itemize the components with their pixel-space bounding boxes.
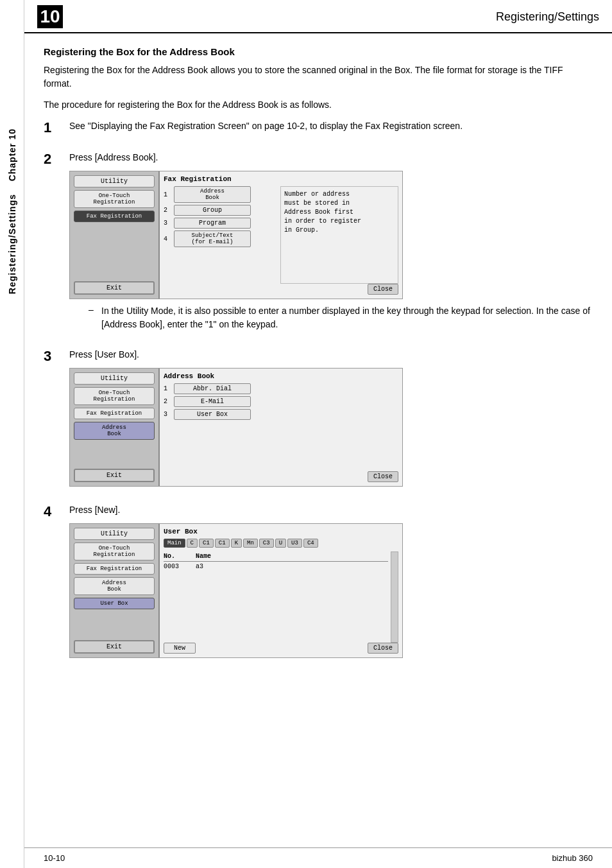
col-name-header: Name	[196, 553, 388, 560]
screenshot2-menu-1: 1 Abbr. Dial	[164, 383, 398, 394]
screenshot2-email-btn[interactable]: E-Mail	[174, 396, 251, 407]
screenshot2-utility-btn[interactable]: Utility	[74, 372, 155, 385]
screenshot1-close-btn[interactable]: Close	[368, 284, 398, 295]
screenshot3-main-btn[interactable]: Main	[164, 539, 185, 548]
screenshot1-utility-btn[interactable]: Utility	[74, 175, 155, 187]
screenshot3-k-btn[interactable]: K	[231, 539, 242, 548]
screenshot3-c4-btn[interactable]: C4	[303, 539, 318, 548]
screenshot1-exit-btn[interactable]: Exit	[74, 281, 155, 295]
table-row: 0003 a3	[164, 562, 388, 571]
screenshot3-toolbar: Main C C1 C1 K Mn C3 U U3 C4	[164, 539, 398, 548]
section-body-2: The procedure for registering the Box fo…	[44, 98, 593, 112]
screenshot1-panel-title: Fax Registration	[164, 175, 398, 183]
screenshot2-right-panel: Address Book 1 Abbr. Dial 2 E-Mail	[160, 369, 402, 486]
screenshot2-userbox-btn[interactable]: User Box	[174, 409, 251, 420]
screenshot1-program-btn[interactable]: Program	[174, 218, 251, 229]
screenshot3-faxreg-btn[interactable]: Fax Registration	[74, 563, 155, 575]
screenshot2-menu-3: 3 User Box	[164, 409, 398, 420]
screenshot3-onetouch-btn[interactable]: One-TouchRegistration	[74, 542, 155, 560]
screenshot3-table-content: No. Name 0003 a3	[164, 551, 388, 643]
step-2-content: Press [Address Book]. Utility One-TouchR…	[69, 151, 593, 336]
screenshot3-c-btn[interactable]: C	[187, 539, 198, 548]
screenshot2-left-panel: Utility One-TouchRegistration Fax Regist…	[70, 369, 160, 486]
step-2-number: 2	[44, 151, 63, 168]
screenshot3-utility-btn[interactable]: Utility	[74, 528, 155, 540]
screenshot3-c1-btn[interactable]: C1	[199, 539, 214, 548]
screenshot3-mn-btn[interactable]: Mn	[243, 539, 258, 548]
page-title: Registering/Settings	[496, 10, 599, 24]
step-1-content: See "Displaying the Fax Registration Scr…	[69, 119, 593, 139]
screenshot2-addressbook-btn[interactable]: AddressBook	[74, 422, 155, 440]
screenshot1-right-panel: Fax Registration 1 AddressBook 2	[160, 171, 402, 299]
step-3-text: Press [User Box].	[69, 348, 593, 361]
section-body-1: Registering the Box for the Address Book…	[44, 64, 593, 91]
section-title: Registering the Box for the Address Book	[44, 46, 593, 57]
screenshot1-addressbook-btn[interactable]: AddressBook	[174, 186, 251, 203]
screenshot1-menu-4: 4 Subject/Text(for E-mail)	[164, 230, 274, 247]
step-4-content: Press [New]. Utility One-TouchRegistrati…	[69, 503, 593, 663]
screenshot3-close-btn[interactable]: Close	[368, 643, 398, 654]
screenshot1-faxreg-btn[interactable]: Fax Registration	[74, 211, 155, 222]
step-3-content: Press [User Box]. Utility One-TouchRegis…	[69, 348, 593, 492]
screenshot1-onetouch-btn[interactable]: One-TouchRegistration	[74, 190, 155, 208]
step-3: 3 Press [User Box]. Utility One-TouchReg…	[44, 348, 593, 492]
screenshot2-panel-title: Address Book	[164, 372, 398, 380]
sub-bullet-text: In the Utility Mode, it is also possible…	[101, 304, 593, 331]
screenshot3-u-btn[interactable]: U	[275, 539, 286, 548]
screenshot2-bottom-bar: Close	[164, 471, 398, 482]
sidebar: Chapter 10 Registering/Settings	[0, 0, 24, 868]
step-2-text: Press [Address Book].	[69, 151, 593, 164]
screenshot-address-book: Utility One-TouchRegistration Fax Regist…	[69, 368, 403, 487]
screenshot2-onetouch-btn[interactable]: One-TouchRegistration	[74, 387, 155, 405]
step-3-number: 3	[44, 348, 63, 365]
footer-brand: bizhub 360	[552, 853, 593, 863]
screenshot2-menu-2: 2 E-Mail	[164, 396, 398, 407]
step-1-text: See "Displaying the Fax Registration Scr…	[69, 119, 593, 133]
screenshot3-table-header: No. Name	[164, 551, 388, 562]
row-0003-name: a3	[196, 563, 388, 570]
step-4: 4 Press [New]. Utility One-TouchRegistra…	[44, 503, 593, 663]
screenshot3-exit-btn[interactable]: Exit	[74, 640, 155, 654]
screenshot2-abbr-btn[interactable]: Abbr. Dial	[174, 383, 251, 394]
screenshot3-u3-btn[interactable]: U3	[287, 539, 302, 548]
step-4-text: Press [New].	[69, 503, 593, 517]
screenshot3-c3-btn[interactable]: C3	[259, 539, 274, 548]
page-header: 10 Registering/Settings	[24, 0, 612, 33]
step-1-number: 1	[44, 119, 63, 136]
screenshot2-exit-btn[interactable]: Exit	[74, 469, 155, 482]
screenshot3-addressbook-btn[interactable]: AddressBook	[74, 577, 155, 595]
screenshot3-bottom-bar: New Close	[164, 643, 398, 654]
screenshot3-table-area: No. Name 0003 a3	[164, 551, 398, 643]
screenshot3-c2-btn[interactable]: C1	[215, 539, 230, 548]
screenshot1-subject-btn[interactable]: Subject/Text(for E-mail)	[174, 230, 251, 247]
screenshot3-left-panel: Utility One-TouchRegistration Fax Regist…	[70, 524, 160, 657]
step-4-number: 4	[44, 503, 63, 520]
col-no-header: No.	[164, 553, 196, 560]
sidebar-chapter-label: Chapter 10	[7, 128, 17, 181]
screenshot3-right-panel: User Box Main C C1 C1 K Mn C3 U U3	[160, 524, 402, 657]
sidebar-section-label: Registering/Settings	[7, 194, 17, 294]
screenshot3-panel-title: User Box	[164, 528, 398, 535]
screenshot1-menu-1: 1 AddressBook	[164, 186, 274, 203]
chapter-number: 10	[37, 5, 63, 28]
screenshot1-menu-2: 2 Group	[164, 205, 274, 216]
row-0003-no: 0003	[164, 563, 196, 570]
step-2: 2 Press [Address Book]. Utility One-Touc…	[44, 151, 593, 336]
screenshot2-menu-list: 1 Abbr. Dial 2 E-Mail 3 User Box	[164, 383, 398, 471]
screenshot3-userbox-btn[interactable]: User Box	[74, 598, 155, 609]
screenshot1-note: Number or addressmust be stored inAddres…	[280, 186, 398, 284]
screenshot1-menu-list: 1 AddressBook 2 Group 3	[164, 186, 274, 284]
screenshot-fax-registration: Utility One-TouchRegistration Fax Regist…	[69, 171, 403, 299]
screenshot2-close-btn[interactable]: Close	[368, 471, 398, 482]
footer-page-num: 10-10	[44, 853, 65, 863]
screenshot3-scrollbar[interactable]	[391, 551, 398, 643]
screenshot3-new-btn[interactable]: New	[164, 643, 196, 654]
screenshot1-left-panel: Utility One-TouchRegistration Fax Regist…	[70, 171, 160, 299]
main-content: 10 Registering/Settings Registering the …	[24, 0, 612, 868]
screenshot2-faxreg-btn[interactable]: Fax Registration	[74, 408, 155, 419]
content-area: Registering the Box for the Address Book…	[24, 33, 612, 847]
page-footer: 10-10 bizhub 360	[24, 847, 612, 868]
screenshot1-group-btn[interactable]: Group	[174, 205, 251, 216]
screenshot1-bottom-bar: Close	[164, 284, 398, 295]
screenshot1-split: 1 AddressBook 2 Group 3	[164, 186, 398, 284]
